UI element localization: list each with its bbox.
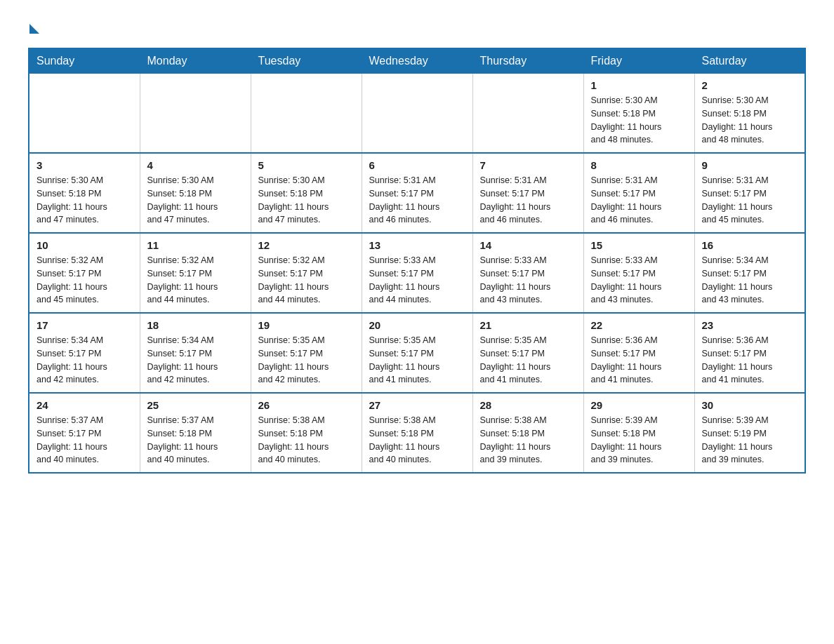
day-number: 29 <box>591 399 687 411</box>
calendar-cell: 13Sunrise: 5:33 AMSunset: 5:17 PMDayligh… <box>362 233 472 313</box>
calendar-week-row: 10Sunrise: 5:32 AMSunset: 5:17 PMDayligh… <box>29 233 805 313</box>
day-number: 16 <box>702 239 798 251</box>
calendar-cell: 26Sunrise: 5:38 AMSunset: 5:18 PMDayligh… <box>251 393 362 473</box>
day-info: Sunrise: 5:38 AMSunset: 5:18 PMDaylight:… <box>369 414 465 467</box>
day-number: 24 <box>37 399 133 411</box>
day-number: 19 <box>258 319 355 331</box>
calendar-cell: 29Sunrise: 5:39 AMSunset: 5:18 PMDayligh… <box>583 393 694 473</box>
day-number: 21 <box>480 319 576 331</box>
calendar-cell: 12Sunrise: 5:32 AMSunset: 5:17 PMDayligh… <box>251 233 362 313</box>
day-info: Sunrise: 5:37 AMSunset: 5:17 PMDaylight:… <box>37 414 133 467</box>
day-number: 6 <box>369 159 465 171</box>
calendar-table: SundayMondayTuesdayWednesdayThursdayFrid… <box>28 48 806 474</box>
day-info: Sunrise: 5:30 AMSunset: 5:18 PMDaylight:… <box>702 94 798 147</box>
day-number: 9 <box>702 159 798 171</box>
calendar-cell: 28Sunrise: 5:38 AMSunset: 5:18 PMDayligh… <box>472 393 583 473</box>
weekday-header-thursday: Thursday <box>472 48 583 74</box>
day-number: 23 <box>702 319 798 331</box>
day-number: 14 <box>480 239 576 251</box>
day-info: Sunrise: 5:30 AMSunset: 5:18 PMDaylight:… <box>147 174 244 227</box>
logo <box>28 21 39 34</box>
day-info: Sunrise: 5:30 AMSunset: 5:18 PMDaylight:… <box>37 174 133 227</box>
calendar-cell: 16Sunrise: 5:34 AMSunset: 5:17 PMDayligh… <box>694 233 805 313</box>
weekday-header-tuesday: Tuesday <box>251 48 362 74</box>
day-info: Sunrise: 5:32 AMSunset: 5:17 PMDaylight:… <box>258 254 355 307</box>
day-number: 3 <box>37 159 133 171</box>
day-number: 4 <box>147 159 244 171</box>
day-info: Sunrise: 5:35 AMSunset: 5:17 PMDaylight:… <box>480 334 576 387</box>
day-info: Sunrise: 5:36 AMSunset: 5:17 PMDaylight:… <box>702 334 798 387</box>
weekday-header-friday: Friday <box>583 48 694 74</box>
day-number: 5 <box>258 159 355 171</box>
day-number: 12 <box>258 239 355 251</box>
calendar-cell: 9Sunrise: 5:31 AMSunset: 5:17 PMDaylight… <box>694 153 805 233</box>
weekday-header-saturday: Saturday <box>694 48 805 74</box>
day-info: Sunrise: 5:30 AMSunset: 5:18 PMDaylight:… <box>258 174 355 227</box>
calendar-cell <box>251 74 362 154</box>
calendar-cell: 2Sunrise: 5:30 AMSunset: 5:18 PMDaylight… <box>694 74 805 154</box>
calendar-cell: 15Sunrise: 5:33 AMSunset: 5:17 PMDayligh… <box>583 233 694 313</box>
day-info: Sunrise: 5:33 AMSunset: 5:17 PMDaylight:… <box>591 254 687 307</box>
calendar-cell: 5Sunrise: 5:30 AMSunset: 5:18 PMDaylight… <box>251 153 362 233</box>
calendar-cell <box>472 74 583 154</box>
day-number: 28 <box>480 399 576 411</box>
day-number: 18 <box>147 319 244 331</box>
calendar-cell: 10Sunrise: 5:32 AMSunset: 5:17 PMDayligh… <box>29 233 140 313</box>
calendar-cell: 25Sunrise: 5:37 AMSunset: 5:18 PMDayligh… <box>140 393 251 473</box>
calendar-cell: 6Sunrise: 5:31 AMSunset: 5:17 PMDaylight… <box>362 153 472 233</box>
day-info: Sunrise: 5:33 AMSunset: 5:17 PMDaylight:… <box>480 254 576 307</box>
calendar-cell: 18Sunrise: 5:34 AMSunset: 5:17 PMDayligh… <box>140 313 251 393</box>
calendar-cell: 14Sunrise: 5:33 AMSunset: 5:17 PMDayligh… <box>472 233 583 313</box>
calendar-cell: 7Sunrise: 5:31 AMSunset: 5:17 PMDaylight… <box>472 153 583 233</box>
day-number: 10 <box>37 239 133 251</box>
day-number: 8 <box>591 159 687 171</box>
day-info: Sunrise: 5:34 AMSunset: 5:17 PMDaylight:… <box>37 334 133 387</box>
day-info: Sunrise: 5:31 AMSunset: 5:17 PMDaylight:… <box>480 174 576 227</box>
day-info: Sunrise: 5:36 AMSunset: 5:17 PMDaylight:… <box>591 334 687 387</box>
day-info: Sunrise: 5:39 AMSunset: 5:19 PMDaylight:… <box>702 414 798 467</box>
calendar-cell: 22Sunrise: 5:36 AMSunset: 5:17 PMDayligh… <box>583 313 694 393</box>
calendar-week-row: 1Sunrise: 5:30 AMSunset: 5:18 PMDaylight… <box>29 74 805 154</box>
page-header <box>28 21 806 34</box>
day-info: Sunrise: 5:39 AMSunset: 5:18 PMDaylight:… <box>591 414 687 467</box>
calendar-cell: 11Sunrise: 5:32 AMSunset: 5:17 PMDayligh… <box>140 233 251 313</box>
calendar-cell: 19Sunrise: 5:35 AMSunset: 5:17 PMDayligh… <box>251 313 362 393</box>
day-number: 22 <box>591 319 687 331</box>
day-info: Sunrise: 5:34 AMSunset: 5:17 PMDaylight:… <box>147 334 244 387</box>
weekday-header-monday: Monday <box>140 48 251 74</box>
calendar-header-row: SundayMondayTuesdayWednesdayThursdayFrid… <box>29 48 805 74</box>
day-number: 11 <box>147 239 244 251</box>
day-number: 27 <box>369 399 465 411</box>
calendar-cell <box>362 74 472 154</box>
calendar-week-row: 17Sunrise: 5:34 AMSunset: 5:17 PMDayligh… <box>29 313 805 393</box>
calendar-cell: 27Sunrise: 5:38 AMSunset: 5:18 PMDayligh… <box>362 393 472 473</box>
day-info: Sunrise: 5:31 AMSunset: 5:17 PMDaylight:… <box>369 174 465 227</box>
day-info: Sunrise: 5:32 AMSunset: 5:17 PMDaylight:… <box>147 254 244 307</box>
day-number: 26 <box>258 399 355 411</box>
calendar-cell <box>29 74 140 154</box>
calendar-cell: 4Sunrise: 5:30 AMSunset: 5:18 PMDaylight… <box>140 153 251 233</box>
calendar-week-row: 3Sunrise: 5:30 AMSunset: 5:18 PMDaylight… <box>29 153 805 233</box>
calendar-cell: 21Sunrise: 5:35 AMSunset: 5:17 PMDayligh… <box>472 313 583 393</box>
day-number: 30 <box>702 399 798 411</box>
day-number: 17 <box>37 319 133 331</box>
day-number: 1 <box>591 79 687 91</box>
calendar-cell: 8Sunrise: 5:31 AMSunset: 5:17 PMDaylight… <box>583 153 694 233</box>
calendar-cell: 23Sunrise: 5:36 AMSunset: 5:17 PMDayligh… <box>694 313 805 393</box>
day-info: Sunrise: 5:32 AMSunset: 5:17 PMDaylight:… <box>37 254 133 307</box>
calendar-cell: 17Sunrise: 5:34 AMSunset: 5:17 PMDayligh… <box>29 313 140 393</box>
day-info: Sunrise: 5:30 AMSunset: 5:18 PMDaylight:… <box>591 94 687 147</box>
calendar-cell <box>140 74 251 154</box>
calendar-cell: 20Sunrise: 5:35 AMSunset: 5:17 PMDayligh… <box>362 313 472 393</box>
day-info: Sunrise: 5:34 AMSunset: 5:17 PMDaylight:… <box>702 254 798 307</box>
day-number: 7 <box>480 159 576 171</box>
day-number: 15 <box>591 239 687 251</box>
calendar-week-row: 24Sunrise: 5:37 AMSunset: 5:17 PMDayligh… <box>29 393 805 473</box>
calendar-cell: 3Sunrise: 5:30 AMSunset: 5:18 PMDaylight… <box>29 153 140 233</box>
day-info: Sunrise: 5:37 AMSunset: 5:18 PMDaylight:… <box>147 414 244 467</box>
day-number: 20 <box>369 319 465 331</box>
day-number: 13 <box>369 239 465 251</box>
day-info: Sunrise: 5:35 AMSunset: 5:17 PMDaylight:… <box>369 334 465 387</box>
calendar-cell: 30Sunrise: 5:39 AMSunset: 5:19 PMDayligh… <box>694 393 805 473</box>
day-number: 25 <box>147 399 244 411</box>
